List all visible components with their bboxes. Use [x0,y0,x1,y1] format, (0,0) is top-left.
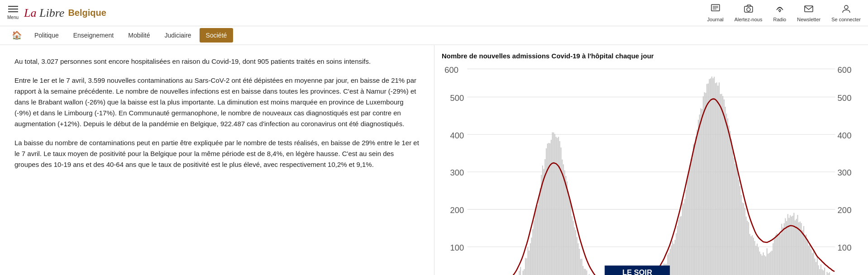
svg-rect-247 [732,151,733,275]
chart-container: 0 100 200 300 400 500 600 0 100 200 300 … [442,64,861,275]
svg-rect-105 [558,137,559,275]
svg-rect-281 [774,238,775,275]
svg-rect-223 [703,96,704,275]
svg-rect-317 [818,265,819,275]
nav-radio[interactable]: Radio [773,4,786,22]
svg-rect-88 [537,205,538,275]
nav-newsletter-label: Newsletter [797,17,820,22]
navbar-societe[interactable]: Société [200,28,234,43]
svg-rect-239 [722,96,723,275]
svg-text:300: 300 [450,168,464,177]
nav-newsletter[interactable]: Newsletter [797,4,820,22]
header: Menu La Libre Belgique Journal Alertez-n… [0,0,868,26]
navbar-mobilite[interactable]: Mobilité [122,28,156,43]
svg-rect-275 [767,248,768,275]
svg-rect-240 [724,99,725,275]
nav-connecter-label: Se connecter [831,17,861,22]
svg-rect-263 [752,235,753,275]
nav-journal[interactable]: Journal [707,4,724,22]
svg-rect-271 [762,256,763,275]
logo-libre: Libre [36,6,64,19]
svg-rect-226 [706,84,707,275]
navbar-home[interactable]: 🏠 [7,27,26,44]
svg-rect-121 [577,243,578,275]
svg-text:500: 500 [450,93,464,102]
navbar-politique[interactable]: Politique [28,28,65,43]
svg-rect-315 [816,262,816,275]
svg-rect-320 [822,269,823,275]
svg-rect-109 [563,164,564,275]
svg-rect-206 [682,201,683,275]
svg-rect-322 [824,267,825,275]
svg-rect-198 [672,241,673,275]
svg-rect-86 [535,211,536,275]
svg-rect-218 [696,129,697,275]
svg-text:100: 100 [450,242,464,252]
svg-rect-108 [562,159,563,275]
svg-rect-96 [547,143,548,275]
svg-text:100: 100 [838,242,852,252]
nav-radio-label: Radio [773,17,786,22]
svg-rect-321 [823,270,824,275]
svg-rect-197 [671,245,672,275]
svg-rect-309 [808,245,809,275]
svg-rect-318 [819,269,820,275]
svg-rect-199 [673,244,674,275]
svg-rect-90 [539,188,540,275]
svg-rect-235 [717,85,718,275]
camera-icon [744,4,754,15]
svg-rect-306 [805,235,806,275]
svg-rect-111 [565,175,566,275]
radio-icon [775,4,785,15]
svg-rect-128 [586,270,587,275]
svg-rect-273 [764,255,765,275]
svg-text:400: 400 [838,130,852,140]
svg-rect-231 [712,78,713,275]
navbar-judiciaire[interactable]: Judiciaire [158,28,197,43]
journal-icon [711,4,720,15]
svg-rect-266 [755,246,756,275]
svg-rect-222 [701,109,702,275]
svg-rect-119 [575,230,576,275]
svg-rect-292 [787,214,788,275]
svg-rect-274 [765,256,766,275]
svg-rect-229 [710,78,711,275]
menu-button[interactable]: Menu [7,6,19,20]
svg-rect-252 [738,180,739,275]
svg-rect-316 [817,256,818,275]
svg-rect-213 [691,159,692,275]
nav-alertez[interactable]: Alertez-nous [734,4,763,22]
svg-rect-265 [754,241,755,275]
svg-rect-255 [742,202,743,275]
svg-rect-276 [768,253,768,275]
svg-rect-253 [739,186,740,275]
nav-journal-label: Journal [707,17,724,22]
svg-rect-99 [551,140,552,275]
logo-la: La [24,6,36,19]
svg-rect-89 [539,194,539,275]
svg-rect-107 [561,147,562,275]
svg-text:300: 300 [838,168,852,177]
svg-rect-117 [573,221,574,275]
svg-rect-304 [802,230,803,275]
article-section: Au total, 3.027 personnes sont encore ho… [0,45,434,275]
svg-rect-212 [689,165,690,275]
svg-rect-207 [683,203,684,275]
nav-se-connecter[interactable]: Se connecter [831,4,861,22]
navbar-enseignement[interactable]: Enseignement [67,28,120,43]
svg-rect-237 [720,94,721,275]
svg-rect-104 [557,138,558,275]
header-nav: Journal Alertez-nous Radio Newsletter Se… [707,4,861,22]
logo[interactable]: La Libre Belgique [24,6,106,20]
svg-rect-230 [711,76,712,275]
svg-rect-102 [554,134,555,275]
svg-rect-290 [785,218,786,275]
chart-section: Nombre de nouvelles admissions Covid-19 … [434,45,868,275]
svg-rect-326 [829,272,830,275]
svg-rect-257 [744,208,745,275]
svg-rect-294 [790,215,791,275]
svg-rect-216 [694,143,695,275]
svg-rect-83 [531,237,532,275]
svg-rect-313 [813,250,814,275]
svg-rect-261 [749,234,750,275]
